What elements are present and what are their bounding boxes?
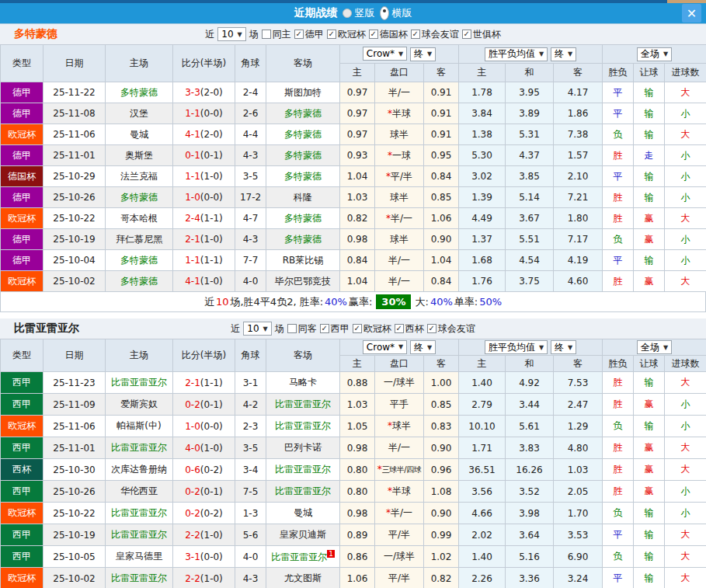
result-handicap: 赢 <box>634 271 665 292</box>
result-handicap: 输 <box>634 372 665 394</box>
matches-table: 类型日期主场比分(半场)角球客场Crow*▼ 终▼胜平负均值▼ 终▼全场▼主盘口… <box>0 44 706 292</box>
result-handicap: 输 <box>634 82 665 103</box>
handicap-text: 半/一 <box>388 87 410 98</box>
filter-checkbox-球会友谊[interactable]: ✓球会友谊 <box>427 322 475 336</box>
checkbox-icon[interactable] <box>262 30 271 39</box>
handicap-text: 球半 <box>390 192 409 203</box>
avg-away: 1.57 <box>554 145 603 166</box>
filter-checkbox-德国杯[interactable]: ✓德国杯 <box>369 28 408 41</box>
odds-handicap: *平/半 <box>375 166 424 187</box>
odds-final-select[interactable]: 终▼ <box>410 340 436 354</box>
avg-final-select[interactable]: 终▼ <box>551 47 576 61</box>
checkbox-icon[interactable]: ✓ <box>369 30 378 39</box>
halftime-score: (2-0) <box>200 87 223 98</box>
match-count-select[interactable]: 10▼ <box>243 322 271 336</box>
avg-type-select[interactable]: 胜平负均值▼ <box>485 47 548 61</box>
result-outcome: 胜 <box>603 372 634 394</box>
match-row: 西甲25-11-01比雷亚雷亚尔4-0(1-0)3-5巴列卡诺0.98半/一0.… <box>1 437 706 459</box>
filter-checkbox-德甲[interactable]: ✓德甲 <box>294 28 324 41</box>
header-away: 客场 <box>266 45 340 82</box>
home-team-name: 比雷亚雷亚尔 <box>111 507 167 518</box>
checkbox-icon[interactable]: ✓ <box>320 324 329 333</box>
radio-vertical-layout[interactable]: 竖版 <box>343 6 375 20</box>
away-team-name: 马略卡 <box>289 377 317 388</box>
checkbox-icon[interactable]: ✓ <box>327 30 336 39</box>
league-badge: 欧冠杯 <box>1 503 43 524</box>
checkbox-icon[interactable]: ✓ <box>353 324 362 333</box>
result-handicap: 输 <box>634 250 665 271</box>
filter-checkbox-同主[interactable]: 同主 <box>262 28 291 41</box>
scope-select[interactable]: 全场▼ <box>637 47 672 61</box>
match-date: 25-10-02 <box>43 271 106 292</box>
odds-handicap: 球半 <box>375 229 424 250</box>
filter-checkbox-世俱杯[interactable]: ✓世俱杯 <box>462 28 501 41</box>
result-handicap: 赢 <box>634 459 665 481</box>
avg-type-select[interactable]: 胜平负均值▼ <box>485 340 548 354</box>
home-team-name: 曼城 <box>130 129 148 140</box>
away-team: 多特蒙德 <box>266 166 340 187</box>
subheader-avg-draw: 和 <box>506 356 554 372</box>
odds-company-select[interactable]: Crow*▼ <box>363 47 407 61</box>
checkbox-label: 欧冠杯 <box>363 322 391 336</box>
filter-checkbox-欧冠杯[interactable]: ✓欧冠杯 <box>327 28 366 41</box>
odds-handicap: *半/一 <box>375 208 424 229</box>
league-badge: 西甲 <box>1 437 43 459</box>
checkbox-icon[interactable]: ✓ <box>294 30 304 39</box>
match-score: 3-3(2-0) <box>173 82 235 103</box>
league-badge: 德甲 <box>1 145 43 166</box>
filter-checkbox-球会友谊[interactable]: ✓球会友谊 <box>411 28 459 41</box>
avg-away: 4.17 <box>554 82 603 103</box>
away-team-name: 比雷亚雷亚尔 <box>275 398 331 409</box>
checkbox-icon[interactable]: ✓ <box>395 324 404 333</box>
match-date: 25-10-22 <box>43 208 106 229</box>
radio-icon[interactable] <box>380 6 389 20</box>
avg-draw: 4.54 <box>506 250 554 271</box>
close-icon[interactable]: ✕ <box>682 4 701 23</box>
filter-checkbox-西甲[interactable]: ✓西甲 <box>320 322 350 336</box>
radio-horizontal-layout[interactable]: 横版 <box>380 6 412 20</box>
avg-draw: 4.92 <box>506 372 554 394</box>
league-badge: 欧冠杯 <box>1 271 43 292</box>
filter-checkbox-西杯[interactable]: ✓西杯 <box>395 322 424 336</box>
match-row: 西甲25-10-19比雷亚雷亚尔2-2(1-0)5-6皇家贝迪斯0.89平/半0… <box>1 524 706 546</box>
result-handicap: 赢 <box>634 481 665 503</box>
scope-select[interactable]: 全场▼ <box>637 340 672 354</box>
avg-away: 1.29 <box>554 416 603 437</box>
checkbox-icon[interactable]: ✓ <box>427 324 436 333</box>
avg-home: 2.02 <box>459 524 506 546</box>
result-outcome: 平 <box>603 524 634 546</box>
away-team-name: RB莱比锡 <box>283 255 324 266</box>
odds-handicap: 半/一 <box>375 437 424 459</box>
match-date: 25-11-06 <box>43 416 106 437</box>
filter-checkbox-同客[interactable]: 同客 <box>287 322 317 336</box>
avg-home: 3.84 <box>459 103 506 124</box>
match-count-select[interactable]: 10▼ <box>217 27 245 41</box>
chevron-down-icon: ▼ <box>663 344 668 351</box>
chevron-down-icon: ▼ <box>238 31 242 38</box>
result-handicap: 输 <box>634 416 665 437</box>
corner-score: 4-2 <box>235 394 266 416</box>
avg-final-select[interactable]: 终▼ <box>551 340 576 354</box>
home-team-name: 奥斯堡 <box>125 150 153 161</box>
match-date: 25-10-19 <box>43 229 106 250</box>
checkbox-icon[interactable] <box>287 324 297 333</box>
away-team-name: 尤文图斯 <box>284 572 322 583</box>
odds-handicap: 半/一 <box>375 250 424 271</box>
radio-icon[interactable] <box>343 9 352 18</box>
away-team: 曼城 <box>266 503 340 524</box>
avg-away: 7.38 <box>554 124 603 145</box>
fulltime-score: 2-2 <box>185 573 200 584</box>
match-row: 欧冠杯25-10-02多特蒙德4-1(1-0)4-0毕尔巴鄂竞技1.04半/一0… <box>1 271 706 292</box>
corner-score: 2-6 <box>235 103 266 124</box>
odds-final-select[interactable]: 终▼ <box>410 47 436 61</box>
filter-checkbox-欧冠杯[interactable]: ✓欧冠杯 <box>353 322 391 336</box>
header-score: 比分(半场) <box>173 339 235 372</box>
checkbox-icon[interactable]: ✓ <box>462 30 471 39</box>
halftime-score: (0-0) <box>200 421 223 432</box>
checkbox-label: 球会友谊 <box>438 322 475 336</box>
league-badge: 德国杯 <box>1 166 43 187</box>
chevron-down-icon: ▼ <box>263 325 268 332</box>
odds-company-select[interactable]: Crow*▼ <box>363 340 407 354</box>
away-team: 比雷亚雷亚尔1 <box>266 546 340 568</box>
checkbox-icon[interactable]: ✓ <box>411 30 420 39</box>
